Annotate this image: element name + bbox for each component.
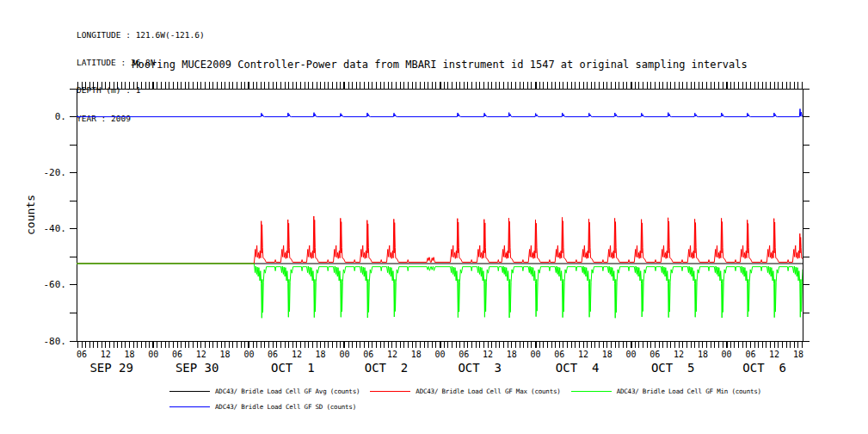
- svg-text:06: 06: [363, 350, 373, 359]
- svg-text:06: 06: [172, 350, 182, 359]
- legend-item-sd: ADC43/ Bridle Load Cell GF SD (counts): [169, 403, 356, 411]
- svg-text:-80.: -80.: [44, 336, 67, 347]
- svg-text:00: 00: [339, 350, 349, 359]
- series-min-line: [77, 264, 815, 318]
- legend-row-1: ADC43/ Bridle Load Cell GF Avg (counts) …: [169, 387, 761, 396]
- legend-line-avg-icon: [169, 391, 210, 392]
- svg-text:18: 18: [698, 350, 708, 359]
- svg-text:12: 12: [101, 350, 111, 359]
- svg-text:SEP 29: SEP 29: [89, 361, 133, 375]
- legend-label-avg: ADC43/ Bridle Load Cell GF Avg (counts): [215, 388, 360, 395]
- svg-text:06: 06: [649, 350, 660, 359]
- svg-text:SEP 30: SEP 30: [175, 361, 219, 375]
- legend-line-min-icon: [571, 391, 612, 392]
- legend-row-2: ADC43/ Bridle Load Cell GF SD (counts): [169, 402, 761, 412]
- legend-label-sd: ADC43/ Bridle Load Cell GF SD (counts): [215, 403, 356, 411]
- legend-item-avg: ADC43/ Bridle Load Cell GF Avg (counts): [169, 388, 360, 395]
- svg-text:06: 06: [77, 350, 87, 359]
- svg-text:OCT 5: OCT 5: [651, 361, 695, 375]
- svg-text:00: 00: [722, 350, 732, 359]
- svg-text:18: 18: [507, 350, 517, 359]
- series-group: [77, 108, 815, 318]
- svg-text:-20.: -20.: [44, 167, 67, 178]
- svg-text:OCT 2: OCT 2: [365, 361, 409, 375]
- svg-text:06: 06: [459, 350, 469, 359]
- svg-text:OCT 1: OCT 1: [271, 361, 315, 375]
- svg-text:18: 18: [411, 350, 422, 359]
- legend-label-max: ADC43/ Bridle Load Cell GF Max (counts): [416, 388, 560, 395]
- svg-text:00: 00: [530, 350, 540, 359]
- svg-text:-40.: -40.: [44, 223, 67, 234]
- svg-text:00: 00: [626, 350, 637, 359]
- svg-text:OCT 4: OCT 4: [556, 361, 600, 375]
- series-max-line: [77, 216, 815, 264]
- svg-text:12: 12: [387, 350, 397, 359]
- chart: 0612180006121800061218000612180006121800…: [0, 0, 868, 434]
- svg-text:12: 12: [578, 350, 588, 359]
- svg-text:12: 12: [769, 350, 779, 359]
- svg-text:18: 18: [124, 350, 134, 359]
- legend-item-min: ADC43/ Bridle Load Cell GF Min (counts): [571, 388, 761, 395]
- legend-line-max-icon: [370, 391, 410, 392]
- svg-text:OCT 6: OCT 6: [742, 361, 786, 375]
- svg-text:18: 18: [602, 350, 613, 359]
- plot-canvas: LONGITUDE : 121.6W(-121.6) LATITUDE : 36…: [0, 0, 868, 434]
- legend: ADC43/ Bridle Load Cell GF Avg (counts) …: [169, 387, 761, 418]
- svg-text:18: 18: [793, 350, 803, 359]
- svg-text:00: 00: [434, 350, 445, 359]
- svg-text:00: 00: [148, 350, 158, 359]
- svg-text:12: 12: [292, 350, 302, 359]
- svg-text:06: 06: [554, 350, 564, 359]
- svg-text:12: 12: [196, 350, 206, 359]
- svg-text:18: 18: [316, 350, 326, 359]
- legend-item-max: ADC43/ Bridle Load Cell GF Max (counts): [370, 388, 560, 395]
- svg-text:12: 12: [674, 350, 684, 359]
- legend-label-min: ADC43/ Bridle Load Cell GF Min (counts): [617, 388, 761, 395]
- svg-text:18: 18: [220, 350, 231, 359]
- svg-text:12: 12: [483, 350, 493, 359]
- legend-line-sd-icon: [169, 406, 210, 407]
- svg-text:06: 06: [268, 350, 278, 359]
- svg-text:00: 00: [243, 350, 254, 359]
- series-sd-line: [77, 108, 807, 116]
- svg-text:OCT 3: OCT 3: [458, 361, 502, 375]
- svg-text:-60.: -60.: [44, 279, 67, 290]
- svg-text:06: 06: [745, 350, 755, 359]
- svg-text:0.: 0.: [55, 111, 66, 122]
